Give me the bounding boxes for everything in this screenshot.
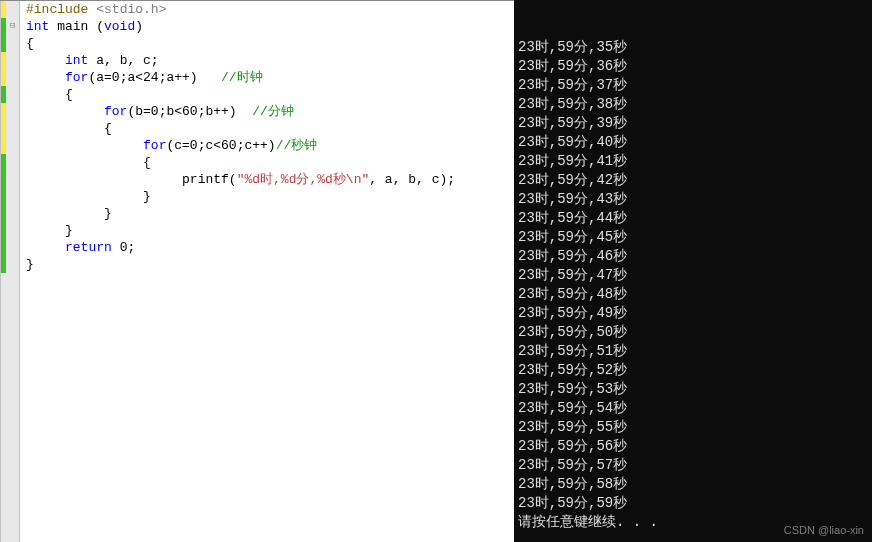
fold-icon	[6, 69, 19, 86]
code-line[interactable]: {	[26, 120, 508, 137]
fold-icon	[6, 137, 19, 154]
fold-icon	[6, 86, 19, 103]
console-output-pane: 23时,59分,35秒23时,59分,36秒23时,59分,37秒23时,59分…	[514, 0, 872, 542]
code-line[interactable]: {	[26, 35, 508, 52]
console-line: 23时,59分,50秒	[518, 323, 868, 342]
console-line: 23时,59分,48秒	[518, 285, 868, 304]
fold-icon	[6, 256, 19, 273]
fold-icon	[6, 188, 19, 205]
code-line[interactable]: int main (void)	[26, 18, 508, 35]
code-line[interactable]: for(a=0;a<24;a++) //时钟	[26, 69, 508, 86]
code-editor-pane: ⊟ #include <stdio.h>int main (void){ int…	[0, 0, 514, 542]
console-line: 23时,59分,47秒	[518, 266, 868, 285]
fold-icon	[6, 239, 19, 256]
gutter-row	[1, 35, 19, 52]
console-line: 23时,59分,51秒	[518, 342, 868, 361]
console-line: 23时,59分,57秒	[518, 456, 868, 475]
gutter-row	[1, 86, 19, 103]
gutter-row	[1, 137, 19, 154]
fold-icon	[6, 171, 19, 188]
gutter-row	[1, 239, 19, 256]
fold-icon[interactable]: ⊟	[6, 18, 19, 35]
fold-icon	[6, 103, 19, 120]
gutter-row	[1, 256, 19, 273]
fold-icon	[6, 1, 19, 18]
code-line[interactable]: {	[26, 86, 508, 103]
fold-icon	[6, 154, 19, 171]
console-line: 23时,59分,43秒	[518, 190, 868, 209]
console-line: 23时,59分,41秒	[518, 152, 868, 171]
code-line[interactable]: int a, b, c;	[26, 52, 508, 69]
console-line: 23时,59分,52秒	[518, 361, 868, 380]
console-line: 23时,59分,49秒	[518, 304, 868, 323]
gutter-row	[1, 1, 19, 18]
fold-icon	[6, 35, 19, 52]
console-line: 23时,59分,39秒	[518, 114, 868, 133]
console-line: 23时,59分,55秒	[518, 418, 868, 437]
gutter-row: ⊟	[1, 18, 19, 35]
gutter-row	[1, 103, 19, 120]
gutter-row	[1, 205, 19, 222]
watermark-text: CSDN @liao-xin	[784, 521, 864, 540]
gutter-row	[1, 52, 19, 69]
code-area[interactable]: #include <stdio.h>int main (void){ int a…	[20, 1, 514, 542]
code-line[interactable]: #include <stdio.h>	[26, 1, 508, 18]
gutter-row	[1, 171, 19, 188]
console-line: 23时,59分,53秒	[518, 380, 868, 399]
console-line: 23时,59分,36秒	[518, 57, 868, 76]
fold-icon	[6, 52, 19, 69]
console-line: 23时,59分,35秒	[518, 38, 868, 57]
fold-icon	[6, 205, 19, 222]
gutter-row	[1, 154, 19, 171]
console-line: 23时,59分,40秒	[518, 133, 868, 152]
gutter-row	[1, 188, 19, 205]
console-line: 23时,59分,37秒	[518, 76, 868, 95]
gutter-row	[1, 222, 19, 239]
console-line: 23时,59分,56秒	[518, 437, 868, 456]
console-line: 23时,59分,44秒	[518, 209, 868, 228]
console-line: 23时,59分,58秒	[518, 475, 868, 494]
code-line[interactable]: }	[26, 256, 508, 273]
code-line[interactable]: printf("%d时,%d分,%d秒\n", a, b, c);	[26, 171, 508, 188]
console-line: 23时,59分,59秒	[518, 494, 868, 513]
code-line[interactable]: return 0;	[26, 239, 508, 256]
code-line[interactable]: }	[26, 205, 508, 222]
console-line: 23时,59分,42秒	[518, 171, 868, 190]
console-line: 23时,59分,38秒	[518, 95, 868, 114]
editor-gutter: ⊟	[0, 1, 20, 542]
fold-icon	[6, 222, 19, 239]
console-line: 23时,59分,54秒	[518, 399, 868, 418]
console-line: 23时,59分,46秒	[518, 247, 868, 266]
gutter-row	[1, 120, 19, 137]
gutter-row	[1, 69, 19, 86]
code-line[interactable]: for(b=0;b<60;b++) //分钟	[26, 103, 508, 120]
code-line[interactable]: }	[26, 188, 508, 205]
fold-icon	[6, 120, 19, 137]
console-line: 23时,59分,45秒	[518, 228, 868, 247]
code-line[interactable]: }	[26, 222, 508, 239]
code-line[interactable]: {	[26, 154, 508, 171]
code-line[interactable]: for(c=0;c<60;c++)//秒钟	[26, 137, 508, 154]
